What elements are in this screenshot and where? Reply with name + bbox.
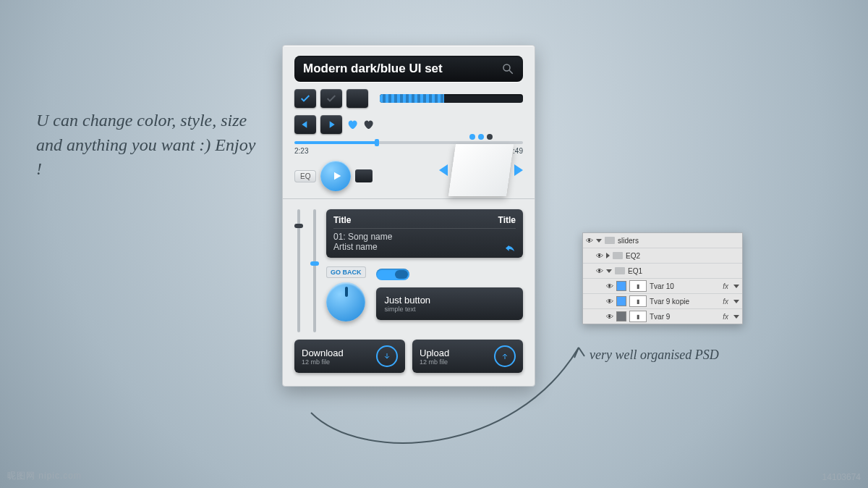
heart-icon-inactive[interactable]: [362, 119, 374, 130]
layer-name: Tvar 10: [650, 282, 674, 290]
annotation-right: very well organised PSD: [590, 348, 719, 363]
carousel-prev-icon[interactable]: [439, 164, 448, 176]
expand-icon[interactable]: [596, 239, 602, 243]
svg-point-0: [503, 64, 510, 71]
download-button[interactable]: Download 12 mb file: [294, 340, 405, 373]
fx-label[interactable]: fx: [723, 282, 728, 290]
layer-name: Tvar 9 kopie: [650, 298, 689, 306]
ui-kit-panel: Modern dark/blue UI set 2:23 7:49: [282, 45, 535, 387]
layer-row-item[interactable]: 👁 ▮ Tvar 9 kopie fx: [583, 293, 742, 308]
carousel-dots[interactable]: [469, 134, 493, 140]
upload-button[interactable]: Upload 12 mb file: [412, 340, 523, 373]
folder-icon: [613, 252, 623, 259]
search-title: Modern dark/blue UI set: [303, 62, 501, 76]
expand-icon[interactable]: [606, 269, 612, 273]
check-button-active[interactable]: [294, 89, 316, 108]
song-line-1: 01: Song name: [333, 232, 516, 242]
layer-name: EQ2: [626, 252, 640, 260]
heart-icon-active[interactable]: [346, 119, 358, 130]
next-button[interactable]: [320, 115, 342, 134]
annotation-left: U can change color, style, size and anyt…: [36, 109, 260, 182]
image-id: 14103674: [822, 472, 861, 482]
song-head-right: Title: [498, 215, 516, 225]
check-button-inactive[interactable]: [320, 89, 342, 108]
eq-button[interactable]: EQ: [294, 170, 316, 182]
progress-bar[interactable]: [380, 94, 523, 103]
layer-row-item[interactable]: 👁 ▮ Tvar 10 fx: [583, 278, 742, 293]
layer-thumb: ▮: [629, 295, 647, 307]
upload-icon: [494, 345, 516, 367]
upload-title: Upload: [420, 348, 449, 358]
layer-row-eq2[interactable]: 👁 EQ2: [583, 248, 742, 263]
just-button[interactable]: Just button simple text: [376, 287, 524, 320]
folder-icon: [615, 267, 625, 274]
search-icon[interactable]: [501, 62, 514, 75]
color-swatch: [616, 281, 626, 291]
svg-line-1: [509, 70, 513, 74]
carousel-next-icon[interactable]: [514, 164, 523, 176]
fx-label[interactable]: fx: [723, 298, 728, 306]
visibility-icon[interactable]: 👁: [606, 313, 613, 320]
layers-panel: 👁 sliders 👁 EQ2 👁 EQ1 👁 ▮ Tvar 10 fx 👁 ▮…: [582, 232, 743, 324]
fx-label[interactable]: fx: [723, 313, 728, 321]
visibility-icon[interactable]: 👁: [606, 298, 613, 305]
layer-name: Tvar 9: [650, 313, 670, 321]
seek-current: 2:23: [294, 147, 308, 155]
blank-button[interactable]: [346, 89, 368, 108]
layer-row-eq1[interactable]: 👁 EQ1: [583, 263, 742, 278]
just-button-sub: simple text: [385, 306, 515, 313]
visibility-icon[interactable]: 👁: [586, 237, 593, 244]
play-button[interactable]: [320, 161, 351, 191]
just-button-title: Just button: [385, 295, 515, 306]
download-sub: 12 mb file: [302, 358, 344, 366]
svg-marker-3: [330, 121, 335, 127]
layer-thumb: ▮: [629, 280, 647, 292]
download-icon: [376, 345, 398, 367]
mini-control[interactable]: [355, 169, 373, 182]
color-swatch: [616, 296, 626, 306]
song-line-2: Artist name: [333, 242, 378, 252]
upload-sub: 12 mb file: [420, 358, 449, 366]
carousel-card[interactable]: [448, 144, 514, 196]
song-info-panel: Title Title 01: Song name Artist name: [326, 209, 523, 258]
watermark: 昵图网 nipic.com: [7, 470, 82, 482]
visibility-icon[interactable]: 👁: [596, 252, 603, 259]
visibility-icon[interactable]: 👁: [596, 267, 603, 274]
layer-name: sliders: [618, 237, 639, 245]
color-swatch: [616, 311, 626, 321]
song-head-left: Title: [333, 215, 351, 225]
vertical-slider-1[interactable]: [294, 209, 303, 332]
layer-row-sliders[interactable]: 👁 sliders: [583, 233, 742, 248]
download-title: Download: [302, 348, 344, 358]
svg-marker-2: [302, 121, 307, 127]
rotary-knob[interactable]: [326, 282, 365, 321]
prev-button[interactable]: [294, 115, 316, 134]
go-back-button[interactable]: GO BACK: [326, 266, 366, 278]
svg-marker-4: [334, 172, 341, 180]
layer-thumb: ▮: [629, 311, 647, 322]
collapse-icon[interactable]: [606, 253, 610, 258]
layer-row-item[interactable]: 👁 ▮ Tvar 9 fx: [583, 308, 742, 324]
carousel: [439, 134, 523, 196]
reply-icon[interactable]: [504, 242, 516, 256]
search-bar[interactable]: Modern dark/blue UI set: [294, 56, 523, 82]
toggle-switch[interactable]: [376, 269, 409, 280]
vertical-slider-2[interactable]: [310, 209, 319, 332]
layer-name: EQ1: [628, 267, 642, 275]
folder-icon: [605, 237, 615, 244]
visibility-icon[interactable]: 👁: [606, 282, 613, 290]
